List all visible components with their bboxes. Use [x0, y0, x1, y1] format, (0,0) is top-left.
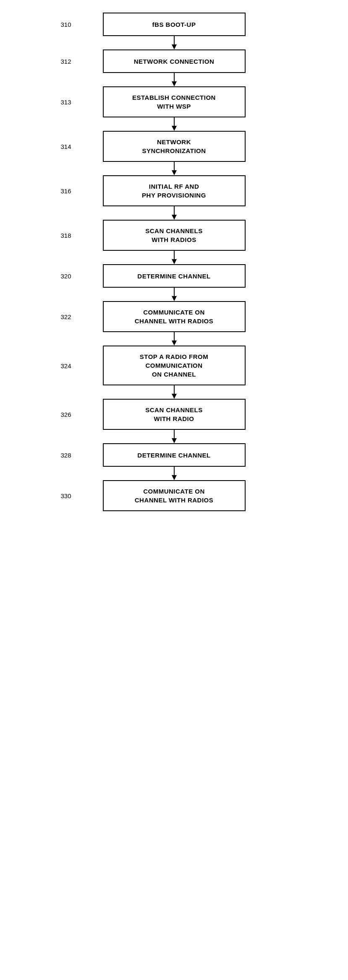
- flow-row-328: 328DETERMINE CHANNEL: [48, 443, 300, 467]
- flow-row-310: 310fBS BOOT-UP: [48, 13, 300, 36]
- flowchart: 310fBS BOOT-UP 312NETWORK CONNECTION 313…: [48, 13, 300, 967]
- flow-box-320: DETERMINE CHANNEL: [103, 264, 246, 288]
- svg-marker-13: [172, 296, 177, 301]
- flow-row-313: 313ESTABLISH CONNECTIONWITH WSP: [48, 86, 300, 117]
- step-label-316: 316: [61, 187, 71, 195]
- step-label-314: 314: [61, 143, 71, 150]
- svg-marker-5: [172, 126, 177, 131]
- flow-row-316: 316INITIAL RF ANDPHY PROVISIONING: [48, 175, 300, 206]
- step-label-310: 310: [61, 21, 71, 28]
- arrow-316: [48, 206, 300, 220]
- svg-marker-11: [172, 259, 177, 264]
- arrow-314: [48, 162, 300, 175]
- step-label-322: 322: [61, 313, 71, 320]
- svg-marker-19: [172, 438, 177, 443]
- flow-box-314: NETWORKSYNCHRONIZATION: [103, 131, 246, 162]
- flow-row-318: 318SCAN CHANNELSWITH RADIOS: [48, 220, 300, 251]
- flow-box-324: STOP A RADIO FROMCOMMUNICATIONON CHANNEL: [103, 346, 246, 385]
- arrow-312: [48, 73, 300, 86]
- svg-marker-21: [172, 475, 177, 480]
- flow-box-312: NETWORK CONNECTION: [103, 49, 246, 73]
- flow-box-310: fBS BOOT-UP: [103, 13, 246, 36]
- flow-box-313: ESTABLISH CONNECTIONWITH WSP: [103, 86, 246, 117]
- arrow-313: [48, 117, 300, 131]
- flow-row-330: 330COMMUNICATE ONCHANNEL WITH RADIOS: [48, 480, 300, 511]
- flow-row-324: 324STOP A RADIO FROMCOMMUNICATIONON CHAN…: [48, 346, 300, 385]
- step-label-324: 324: [61, 362, 71, 369]
- step-label-330: 330: [61, 492, 71, 499]
- flow-row-326: 326SCAN CHANNELSWITH RADIO: [48, 399, 300, 430]
- flow-box-322: COMMUNICATE ONCHANNEL WITH RADIOS: [103, 301, 246, 332]
- step-label-320: 320: [61, 273, 71, 280]
- arrow-322: [48, 332, 300, 346]
- arrow-318: [48, 251, 300, 264]
- step-label-312: 312: [61, 58, 71, 65]
- step-label-313: 313: [61, 99, 71, 106]
- flow-box-318: SCAN CHANNELSWITH RADIOS: [103, 220, 246, 251]
- flow-box-326: SCAN CHANNELSWITH RADIO: [103, 399, 246, 430]
- flow-row-312: 312NETWORK CONNECTION: [48, 49, 300, 73]
- arrow-324: [48, 385, 300, 399]
- step-label-328: 328: [61, 452, 71, 459]
- flow-row-314: 314NETWORKSYNCHRONIZATION: [48, 131, 300, 162]
- flow-row-320: 320DETERMINE CHANNEL: [48, 264, 300, 288]
- flow-row-322: 322COMMUNICATE ONCHANNEL WITH RADIOS: [48, 301, 300, 332]
- svg-marker-1: [172, 44, 177, 49]
- svg-marker-3: [172, 81, 177, 86]
- flow-box-316: INITIAL RF ANDPHY PROVISIONING: [103, 175, 246, 206]
- arrow-320: [48, 288, 300, 301]
- svg-marker-7: [172, 170, 177, 175]
- step-label-318: 318: [61, 232, 71, 239]
- arrow-326: [48, 430, 300, 443]
- arrow-310: [48, 36, 300, 49]
- step-label-326: 326: [61, 411, 71, 418]
- svg-marker-17: [172, 394, 177, 399]
- svg-marker-9: [172, 215, 177, 220]
- flow-box-328: DETERMINE CHANNEL: [103, 443, 246, 467]
- svg-marker-15: [172, 341, 177, 346]
- arrow-328: [48, 467, 300, 480]
- flow-box-330: COMMUNICATE ONCHANNEL WITH RADIOS: [103, 480, 246, 511]
